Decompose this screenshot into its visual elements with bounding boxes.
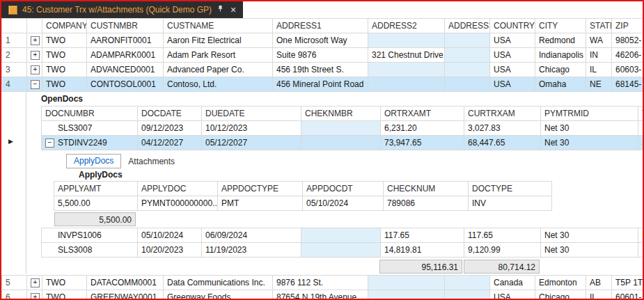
cell-docdate[interactable]: 04/12/2027 <box>138 136 202 150</box>
collapse-icon[interactable]: − <box>31 80 40 89</box>
row-number[interactable]: 5 <box>2 276 27 290</box>
cell-curtrxam[interactable]: 9,120.99 <box>464 243 541 258</box>
cell-company[interactable]: TWO <box>42 63 87 77</box>
cell-company[interactable]: TWO <box>42 48 87 63</box>
cell-address2[interactable] <box>368 63 445 77</box>
cell-city[interactable]: Chicago <box>535 290 586 300</box>
cell-country[interactable]: USA <box>490 77 535 92</box>
cell-duedate[interactable]: 10/12/2023 <box>202 121 301 136</box>
cell-docnumbr[interactable]: −STDINV2249 <box>42 136 138 150</box>
cell-address3[interactable] <box>445 48 490 63</box>
cell-zip[interactable]: T5P 1T <box>612 276 644 290</box>
row-number[interactable]: 2 <box>2 48 27 63</box>
cell-state[interactable]: NE <box>586 77 612 92</box>
cell-address1[interactable]: 456 19th Street S. <box>273 63 368 77</box>
col-header-applydoc[interactable]: APPLYDOC <box>138 182 218 196</box>
cell-address1[interactable]: 87654 N 19th Avenue <box>273 290 368 300</box>
col-header-zip[interactable]: ZIP <box>612 19 644 33</box>
expand-icon[interactable]: + <box>31 51 40 60</box>
cell-custnmbr[interactable]: CONTOSOL0001 <box>87 77 164 92</box>
cell-duedate[interactable]: 11/19/2023 <box>202 243 301 258</box>
expand-icon[interactable]: + <box>31 65 40 74</box>
cell-country[interactable]: Canada <box>490 276 535 290</box>
cell-ortrxamt[interactable]: 73,947.65 <box>381 136 464 150</box>
cell-docdate[interactable]: 10/20/2023 <box>138 243 202 258</box>
col-header-checknum[interactable]: CHECKNUM <box>384 182 469 196</box>
cell-country[interactable]: USA <box>490 33 535 48</box>
cell-truncated[interactable] <box>638 243 644 258</box>
cell-address3[interactable] <box>445 276 490 290</box>
cell-country[interactable]: USA <box>490 290 535 300</box>
col-header-duedate[interactable]: DUEDATE <box>202 106 301 121</box>
cell-ortrxamt[interactable]: 14,819.81 <box>381 243 464 258</box>
cell-country[interactable]: USA <box>490 48 535 63</box>
cell-applyamt[interactable]: 5,500.00 <box>54 196 138 211</box>
expand-icon[interactable]: + <box>31 293 40 300</box>
col-header-custnmbr[interactable]: CUSTNMBR <box>87 19 164 33</box>
cell-address2[interactable]: 321 Chestnut Drive <box>368 48 445 63</box>
cell-truncated[interactable] <box>638 121 644 136</box>
col-header-appdoctype[interactable]: APPDOCTYPE <box>218 182 303 196</box>
col-header-pymtrmid[interactable]: PYMTRMID <box>541 106 638 121</box>
cell-checknum[interactable]: 789086 <box>384 196 469 211</box>
row-number[interactable]: 3 <box>2 63 27 77</box>
cell-address1[interactable]: 9876 112 St. <box>273 276 368 290</box>
cell-address2[interactable] <box>368 276 445 290</box>
col-header-custname[interactable]: CUSTNAME <box>164 19 273 33</box>
col-header-address2[interactable]: ADDRESS2 <box>368 19 445 33</box>
cell-custnmbr[interactable]: GREENWAY0001 <box>87 290 164 300</box>
cell-city[interactable]: Omaha <box>535 77 586 92</box>
cell-state[interactable]: AB <box>586 276 612 290</box>
pin-icon[interactable] <box>217 5 224 15</box>
cell-pymtrmid[interactable]: Net 30 <box>541 121 638 136</box>
cell-cheknmbr[interactable] <box>301 243 381 258</box>
row-number[interactable]: 6 <box>2 290 27 300</box>
cell-pymtrmid[interactable]: Net 30 <box>541 243 638 258</box>
cell-custnmbr[interactable]: ADAMPARK0001 <box>87 48 164 63</box>
cell-docdate[interactable]: 09/12/2023 <box>138 121 202 136</box>
cell-company[interactable]: TWO <box>42 276 87 290</box>
cell-state[interactable]: IN <box>586 48 612 63</box>
col-header-ortrxamt[interactable]: ORTRXAMT <box>381 106 464 121</box>
cell-address3[interactable] <box>445 290 490 300</box>
cell-appdocdt[interactable]: 05/10/2024 <box>303 196 384 211</box>
cell-applydoc[interactable]: PYMNT000000000... <box>138 196 218 211</box>
col-header-truncated[interactable]: T <box>638 106 644 121</box>
cell-custname[interactable]: Aaron Fitz Electrical <box>164 33 273 48</box>
cell-duedate[interactable]: 05/12/2027 <box>202 136 301 150</box>
cell-zip[interactable]: 98052- <box>612 33 644 48</box>
cell-state[interactable]: IL <box>586 63 612 77</box>
col-header-state[interactable]: STATE <box>586 19 612 33</box>
cell-curtrxam[interactable]: 117.65 <box>464 228 541 243</box>
tab-attachments[interactable]: Attachments <box>121 155 182 168</box>
cell-custname[interactable]: Advanced Paper Co. <box>164 63 273 77</box>
cell-pymtrmid[interactable]: Net 30 <box>541 228 638 243</box>
cell-custname[interactable]: Greenway Foods <box>164 290 273 300</box>
collapse-icon[interactable]: − <box>45 139 54 148</box>
cell-city[interactable]: Redmond <box>535 33 586 48</box>
cell-docnumbr[interactable]: INVPS1006 <box>42 228 138 243</box>
cell-appdoctype[interactable]: PMT <box>218 196 303 211</box>
cell-city[interactable]: Chicago <box>535 63 586 77</box>
col-header-address1[interactable]: ADDRESS1 <box>273 19 368 33</box>
cell-ortrxamt[interactable]: 6,231.20 <box>381 121 464 136</box>
cell-custname[interactable]: Contoso, Ltd. <box>164 77 273 92</box>
cell-address3[interactable] <box>445 63 490 77</box>
cell-curtrxam[interactable]: 3,027.83 <box>464 121 541 136</box>
document-tab[interactable]: 45: Customer Trx w/Attachments (Quick De… <box>1 1 243 18</box>
cell-custname[interactable]: Adam Park Resort <box>164 48 273 63</box>
cell-country[interactable]: USA <box>490 63 535 77</box>
cell-custnmbr[interactable]: AARONFIT0001 <box>87 33 164 48</box>
col-header-city[interactable]: CITY <box>535 19 586 33</box>
cell-company[interactable]: TWO <box>42 33 87 48</box>
expand-icon[interactable]: + <box>31 278 40 287</box>
cell-zip[interactable]: 60603- <box>612 63 644 77</box>
cell-state[interactable]: IL <box>586 290 612 300</box>
cell-docnumbr[interactable]: SLS3008 <box>42 243 138 258</box>
cell-company[interactable]: TWO <box>42 290 87 300</box>
col-header-company[interactable]: COMPANY <box>42 19 87 33</box>
cell-address2[interactable] <box>368 290 445 300</box>
cell-truncated[interactable]: S <box>638 136 644 150</box>
cell-cheknmbr[interactable] <box>301 228 381 243</box>
cell-cheknmbr[interactable] <box>301 136 381 150</box>
